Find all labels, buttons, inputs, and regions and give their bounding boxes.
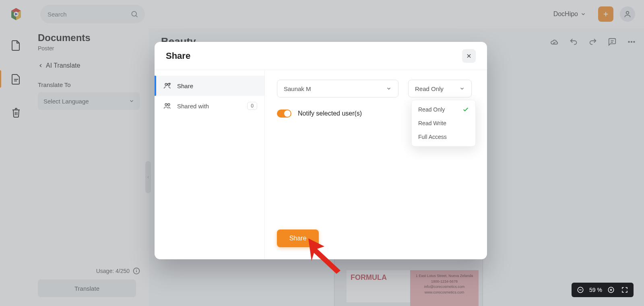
perm-option-full-access[interactable]: Full Access	[412, 130, 475, 144]
permission-select[interactable]: Read Only	[408, 80, 472, 97]
perm-option-label: Read Write	[418, 120, 446, 126]
minus-circle-icon	[577, 286, 584, 294]
zoom-out-button[interactable]	[576, 285, 585, 295]
svg-point-25	[168, 103, 170, 105]
share-modal: Share Share Shared with 0 Saunak M	[155, 42, 487, 259]
person-select[interactable]: Saunak M	[277, 80, 398, 97]
chevron-down-icon	[459, 86, 465, 91]
notify-toggle[interactable]	[277, 110, 291, 118]
svg-point-24	[165, 103, 167, 105]
share-button[interactable]: Share	[277, 229, 319, 247]
fullscreen-button[interactable]	[620, 285, 630, 295]
modal-title: Share	[166, 51, 190, 61]
modal-tabs: Share Shared with 0	[155, 70, 265, 259]
perm-option-label: Read Only	[418, 106, 445, 113]
share-form-row: Saunak M Read Only	[277, 80, 475, 97]
person-selected: Saunak M	[284, 85, 311, 92]
zoom-controls: 59 %	[572, 283, 634, 297]
chevron-down-icon	[386, 86, 392, 91]
tab-shared-with-label: Shared with	[177, 103, 209, 110]
people-add-icon	[163, 82, 171, 90]
check-icon	[462, 106, 469, 113]
shared-with-count: 0	[247, 102, 257, 110]
perm-option-read-write[interactable]: Read Write	[412, 116, 475, 130]
tab-share-label: Share	[177, 83, 193, 89]
zoom-value: 59 %	[589, 287, 602, 293]
modal-content: Saunak M Read Only Notify selected user(…	[265, 70, 487, 259]
perm-option-label: Full Access	[418, 134, 447, 140]
modal-body: Share Shared with 0 Saunak M Read Only	[155, 70, 487, 259]
svg-point-20	[165, 83, 167, 85]
tab-share[interactable]: Share	[155, 76, 264, 96]
modal-header: Share	[155, 42, 487, 70]
permission-dropdown: Read Only Read Write Full Access	[411, 100, 476, 147]
expand-icon	[621, 286, 628, 294]
close-button[interactable]	[462, 49, 476, 63]
notify-label: Notify selected user(s)	[298, 110, 362, 117]
plus-circle-icon	[607, 286, 615, 294]
zoom-in-button[interactable]	[606, 285, 616, 295]
people-icon	[163, 102, 171, 110]
tab-shared-with[interactable]: Shared with 0	[155, 96, 264, 116]
perm-option-read-only[interactable]: Read Only	[412, 103, 475, 116]
close-icon	[466, 53, 472, 59]
permission-selected: Read Only	[415, 85, 444, 92]
